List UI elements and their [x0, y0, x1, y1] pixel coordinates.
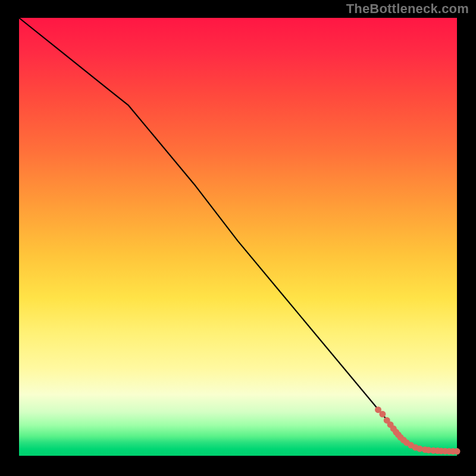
plot-area [19, 18, 457, 456]
data-point [379, 411, 386, 418]
chart-overlay [19, 18, 457, 456]
data-point [454, 448, 461, 455]
attribution-label: TheBottleneck.com [346, 1, 469, 17]
chart-frame: TheBottleneck.com [0, 0, 476, 476]
bottleneck-curve [19, 18, 457, 452]
data-points-group [375, 406, 461, 455]
